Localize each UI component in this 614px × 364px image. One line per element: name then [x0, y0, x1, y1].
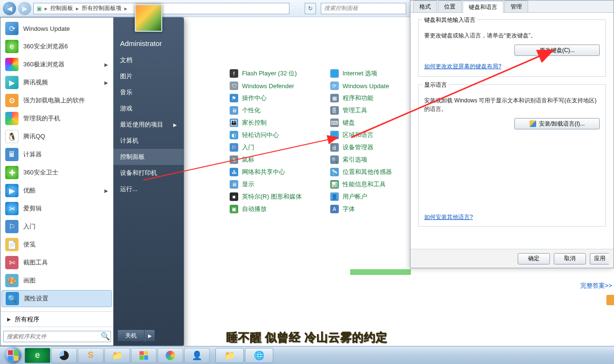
start-right-3[interactable]: 游戏 [113, 100, 184, 117]
cp-item-网络和共享中心[interactable]: 🖧网络和共享中心 [230, 168, 302, 176]
cp-item-用户帐户[interactable]: 👤用户帐户 [330, 192, 392, 201]
install-other-language-link[interactable]: 如何安装其他语言? [424, 214, 473, 220]
cp-item-程序和功能[interactable]: ▦程序和功能 [330, 94, 392, 102]
start-app-2[interactable]: 360极速浏览器▶ [0, 55, 113, 73]
start-app-9[interactable]: ▶优酷▶ [0, 182, 113, 200]
taskbar-app-3[interactable]: S [78, 348, 103, 363]
apply-button[interactable]: 应用 [590, 253, 609, 264]
cp-item-家长控制[interactable]: 👪家长控制 [230, 118, 302, 127]
cp-item-Windows Defender[interactable]: 🛡Windows Defender [230, 82, 302, 90]
cp-item-label: 区域和语言 [343, 131, 373, 139]
shutdown-button[interactable]: 关机 [117, 329, 145, 342]
start-right-0[interactable]: 文档 [113, 52, 184, 68]
cancel-button[interactable]: 取消 [554, 253, 586, 264]
start-app-3[interactable]: ▶腾讯视频▶ [0, 73, 113, 91]
cp-item-鼠标[interactable]: 🖱鼠标 [230, 155, 302, 164]
cp-item-icon: 🖥 [230, 106, 238, 115]
breadcrumb-1[interactable]: 控制面板 [50, 4, 73, 12]
cp-item-设备管理器[interactable]: 🖨设备管理器 [330, 143, 392, 152]
keyboard-layout-link[interactable]: 如何更改欢迎屏幕的键盘布局? [424, 63, 502, 70]
taskbar-app-4[interactable]: 📁 [104, 348, 130, 363]
start-app-11[interactable]: ⚐入门 [0, 218, 113, 236]
dialog-tab-2[interactable]: 键盘和语言 [463, 1, 503, 13]
start-right-1[interactable]: 图片 [113, 68, 184, 84]
start-app-12[interactable]: 📄便笺 [0, 236, 113, 254]
user-name[interactable]: Administrator [113, 32, 184, 52]
cp-item-Windows Update[interactable]: ⟳Windows Update [330, 82, 392, 90]
ok-button[interactable]: 确定 [518, 253, 550, 264]
taskbar-app-1[interactable]: e [25, 348, 50, 363]
cp-item-英特尔(R) 图形和媒体[interactable]: ■英特尔(R) 图形和媒体 [230, 192, 302, 201]
start-app-0[interactable]: ⟳Windows Update [0, 19, 113, 37]
cp-item-显示[interactable]: 🖥显示 [230, 180, 302, 189]
start-search-input[interactable] [3, 331, 111, 342]
nav-forward-button[interactable]: ▶ [18, 2, 31, 15]
start-button[interactable] [3, 346, 24, 364]
app-icon: ▶ [5, 76, 19, 89]
taskbar-app-5[interactable] [131, 348, 157, 363]
app-icon: ⚐ [5, 220, 19, 233]
start-app-1[interactable]: e360安全浏览器6 [0, 37, 113, 55]
cp-item-位置和其他传感器[interactable]: 📡位置和其他传感器 [330, 168, 392, 176]
cp-item-性能信息和工具[interactable]: 📊性能信息和工具 [330, 180, 392, 189]
chevron-right-icon: ▶ [104, 188, 108, 193]
start-right-7[interactable]: 设备和打印机 [113, 165, 184, 181]
dialog-tab-3[interactable]: 管理 [504, 0, 528, 12]
start-right-2[interactable]: 音乐 [113, 84, 184, 100]
start-app-7[interactable]: 🖩计算器 [0, 146, 113, 164]
cp-item-字体[interactable]: A字体 [330, 205, 392, 213]
start-right-6[interactable]: 控制面板 [113, 149, 184, 165]
cp-item-管理工具[interactable]: 🗄管理工具 [330, 106, 392, 115]
start-app-4[interactable]: ⚙强力卸载电脑上的软件 [0, 91, 113, 109]
user-avatar[interactable] [135, 4, 162, 32]
taskbar-app-7[interactable]: 👤 [184, 348, 210, 363]
cp-item-键盘[interactable]: ⌨键盘 [330, 118, 392, 127]
cp-item-操作中心[interactable]: ⚑操作中心 [230, 94, 302, 102]
start-right-4[interactable]: 最近使用的项目▶ [113, 117, 184, 133]
taskbar-window-2[interactable]: 🌐 [245, 348, 273, 363]
start-right-8[interactable]: 运行... [113, 181, 184, 197]
start-app-list: ⟳Windows Updatee360安全浏览器6360极速浏览器▶▶腾讯视频▶… [0, 18, 113, 311]
start-app-13[interactable]: ✄截图工具 [0, 254, 113, 272]
cp-item-区域和语言[interactable]: 🌐区域和语言 [330, 131, 392, 139]
cp-item-icon: 🖱 [230, 155, 238, 164]
cp-item-入门[interactable]: ⚐入门 [230, 143, 302, 152]
all-programs[interactable]: ▶ 所有程序 [0, 311, 113, 327]
start-app-8[interactable]: ✚360安全卫士 [0, 164, 113, 182]
app-icon: 🖩 [5, 148, 19, 161]
nav-back-button[interactable]: ◀ [3, 2, 16, 15]
change-keyboard-button[interactable]: 更改键盘(C)... [514, 45, 600, 56]
install-language-button[interactable]: 安装/卸载语言(I)... [514, 118, 600, 129]
cp-item-自动播放[interactable]: ▣自动播放 [230, 205, 302, 213]
shutdown-options-button[interactable]: ▶ [145, 329, 155, 342]
cp-item-label: 自动播放 [242, 205, 267, 213]
dialog-tab-1[interactable]: 位置 [438, 0, 462, 12]
taskbar-app-6[interactable] [158, 348, 183, 363]
sogou-side-tab[interactable] [606, 295, 614, 305]
start-right-5[interactable]: 计算机 [113, 133, 184, 149]
start-app-15[interactable]: 🔍属性设置 [1, 290, 112, 307]
app-label: Windows Update [23, 25, 70, 32]
cp-item-索引选项[interactable]: 🔍索引选项 [330, 155, 392, 164]
complete-answer-link[interactable]: 完整答案>> [580, 282, 612, 290]
triangle-icon: ▶ [7, 317, 11, 322]
refresh-button[interactable]: ↻ [305, 3, 316, 14]
keyboard-group: 键盘和其他输入语言 要更改键盘或输入语言，请单击“更改键盘”。 更改键盘(C).… [418, 19, 606, 77]
start-app-6[interactable]: 🐧腾讯QQ [0, 127, 113, 146]
cp-item-label: Windows Defender [242, 82, 294, 90]
start-app-10[interactable]: ✂爱剪辑 [0, 200, 113, 218]
keyboard-group-text: 要更改键盘或输入语言，请单击“更改键盘”。 [424, 31, 600, 40]
dialog-tab-0[interactable]: 格式 [413, 0, 437, 12]
start-app-14[interactable]: 🎨画图 [0, 272, 113, 290]
taskbar-window-1[interactable]: 📁 [215, 348, 244, 363]
cp-item-Flash Player (32 位)[interactable]: fFlash Player (32 位) [230, 69, 302, 78]
right-item-label: 运行... [120, 185, 138, 193]
start-app-5[interactable]: 管理我的手机 [0, 109, 113, 127]
cp-item-Internet 选项[interactable]: 🌐Internet 选项 [330, 69, 392, 78]
app-icon: ✄ [5, 256, 19, 269]
cp-item-轻松访问中心[interactable]: ◐轻松访问中心 [230, 131, 302, 139]
right-item-label: 设备和打印机 [120, 169, 157, 177]
taskbar-app-2[interactable] [51, 348, 77, 363]
cp-item-个性化[interactable]: 🖥个性化 [230, 106, 302, 115]
explorer-search[interactable]: 搜索控制面板 [321, 3, 406, 14]
